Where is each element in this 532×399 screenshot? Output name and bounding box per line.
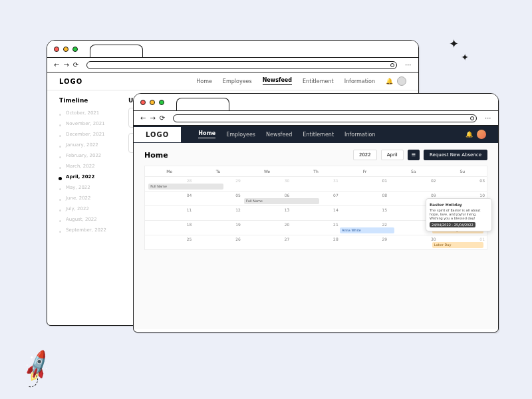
timeline-sidebar: Timeline October, 2021November, 2021Dece…: [59, 97, 119, 235]
nav-employees[interactable]: Employees: [226, 132, 255, 138]
calendar-cell[interactable]: 20: [243, 221, 291, 235]
calendar-cell[interactable]: 05: [194, 192, 242, 205]
url-bar[interactable]: [173, 114, 477, 122]
event-bar[interactable]: Full Name: [148, 184, 223, 190]
browser-toolbar: ← → ⟳ ⋯: [134, 111, 498, 126]
event-bar[interactable]: Anna White: [340, 227, 394, 233]
calendar-cell[interactable]: 31: [291, 177, 340, 191]
calendar-cell[interactable]: 29: [340, 235, 389, 249]
back-icon[interactable]: ←: [54, 61, 59, 68]
logo: LOGO: [59, 78, 82, 85]
timeline-item[interactable]: May, 2022: [59, 182, 119, 193]
calendar-cell[interactable]: 13: [243, 206, 291, 220]
calendar-cell[interactable]: 01: [340, 177, 389, 191]
browser-tab[interactable]: [176, 98, 229, 111]
reload-icon[interactable]: ⟳: [73, 61, 78, 68]
event-bar[interactable]: Full Name: [244, 198, 319, 204]
nav-home[interactable]: Home: [196, 78, 212, 84]
minimize-icon[interactable]: [63, 47, 68, 52]
url-bar[interactable]: [86, 61, 397, 69]
timeline-item[interactable]: April, 2022: [59, 172, 119, 182]
calendar-cell[interactable]: 03: [438, 177, 487, 191]
page-header: Home 2022 April ☰ Request New Absence: [144, 150, 487, 160]
timeline-item[interactable]: July, 2022: [59, 203, 119, 214]
calendar: MoTuWeThFrSaSu 28293031010203Full Name04…: [144, 166, 487, 250]
page-title: Home: [144, 151, 349, 160]
avatar[interactable]: [477, 130, 486, 139]
rocket-icon: 🚀: [19, 348, 56, 384]
nav-home[interactable]: Home: [198, 130, 215, 138]
calendar-cell[interactable]: 04: [145, 192, 194, 205]
nav-newsfeed[interactable]: Newsfeed: [266, 132, 292, 138]
browser-tab[interactable]: [90, 45, 143, 58]
request-absence-button[interactable]: Request New Absence: [424, 150, 487, 160]
calendar-cell[interactable]: 26: [194, 235, 242, 249]
forward-icon[interactable]: →: [150, 114, 155, 122]
maximize-icon[interactable]: [72, 47, 78, 52]
timeline-title: Timeline: [59, 97, 119, 104]
timeline-item[interactable]: September, 2022: [59, 225, 119, 235]
nav-information[interactable]: Information: [344, 78, 375, 84]
timeline-item[interactable]: February, 2022: [59, 150, 119, 161]
calendar-cell[interactable]: 15: [340, 206, 389, 220]
app-navbar: LOGO Home Employees Newsfeed Entitlement…: [47, 72, 418, 90]
browser-window-front: ← → ⟳ ⋯ LOGO Home Employees Newsfeed Ent…: [133, 93, 499, 332]
year-select[interactable]: 2022: [353, 150, 377, 160]
day-header: Fr: [340, 169, 389, 174]
nav-newsfeed[interactable]: Newsfeed: [263, 77, 292, 85]
calendar-cell[interactable]: 14: [291, 206, 340, 220]
minimize-icon[interactable]: [150, 100, 155, 105]
calendar-cell[interactable]: 11: [145, 206, 194, 220]
close-icon[interactable]: [54, 47, 59, 52]
back-icon[interactable]: ←: [140, 114, 146, 122]
notification-icon[interactable]: 🔔: [466, 131, 473, 138]
timeline-item[interactable]: June, 2022: [59, 193, 119, 203]
titlebar: [47, 41, 418, 58]
menu-icon[interactable]: ⋯: [405, 61, 412, 68]
avatar[interactable]: [397, 76, 406, 86]
maximize-icon[interactable]: [159, 100, 164, 105]
calendar-cell[interactable]: 08: [340, 192, 389, 205]
calendar-cell[interactable]: 12: [194, 206, 242, 220]
timeline-item[interactable]: November, 2021: [59, 118, 119, 129]
calendar-cell[interactable]: 25: [145, 235, 194, 249]
day-header: Tu: [194, 169, 242, 174]
timeline-item[interactable]: March, 2022: [59, 161, 119, 172]
calendar-cell[interactable]: 30: [243, 177, 291, 191]
logo: LOGO: [134, 127, 181, 142]
close-icon[interactable]: [140, 100, 146, 105]
day-header: Sa: [389, 169, 438, 174]
nav-entitlement[interactable]: Entitlement: [303, 132, 334, 138]
calendar-cell[interactable]: 28: [291, 235, 340, 249]
tooltip-body: The spirit of Easter is all about hope, …: [430, 208, 488, 220]
calendar-row: 28293031010203Full Name: [145, 176, 487, 191]
forward-icon[interactable]: →: [63, 61, 68, 68]
month-select[interactable]: April: [381, 150, 404, 160]
menu-icon[interactable]: ⋯: [485, 114, 491, 122]
day-header: We: [243, 169, 291, 174]
calendar-cell[interactable]: 18: [145, 221, 194, 235]
nav-entitlement[interactable]: Entitlement: [303, 78, 334, 84]
timeline-item[interactable]: August, 2022: [59, 214, 119, 225]
nav-information[interactable]: Information: [344, 132, 375, 138]
day-header: Su: [438, 169, 487, 174]
browser-toolbar: ← → ⟳ ⋯: [47, 58, 418, 72]
notification-icon[interactable]: 🔔: [386, 78, 393, 84]
timeline-item[interactable]: December, 2021: [59, 129, 119, 140]
calendar-cell[interactable]: 21: [291, 221, 340, 235]
event-bar[interactable]: Labor Day: [432, 242, 483, 248]
titlebar: [134, 94, 498, 111]
calendar-cell[interactable]: 30: [389, 235, 438, 249]
app-navbar: LOGO Home Employees Newsfeed Entitlement…: [134, 126, 498, 143]
star-icon: ✦: [461, 52, 469, 63]
timeline-item[interactable]: January, 2022: [59, 140, 119, 150]
day-header: Mo: [145, 169, 194, 174]
calendar-row: 25262728293001Labor Day: [145, 235, 487, 249]
filter-icon[interactable]: ☰: [408, 150, 420, 160]
calendar-cell[interactable]: 19: [194, 221, 242, 235]
nav-employees[interactable]: Employees: [223, 78, 252, 84]
calendar-cell[interactable]: 02: [389, 177, 438, 191]
calendar-cell[interactable]: 27: [243, 235, 291, 249]
reload-icon[interactable]: ⟳: [160, 114, 165, 122]
timeline-item[interactable]: October, 2021: [59, 108, 119, 118]
